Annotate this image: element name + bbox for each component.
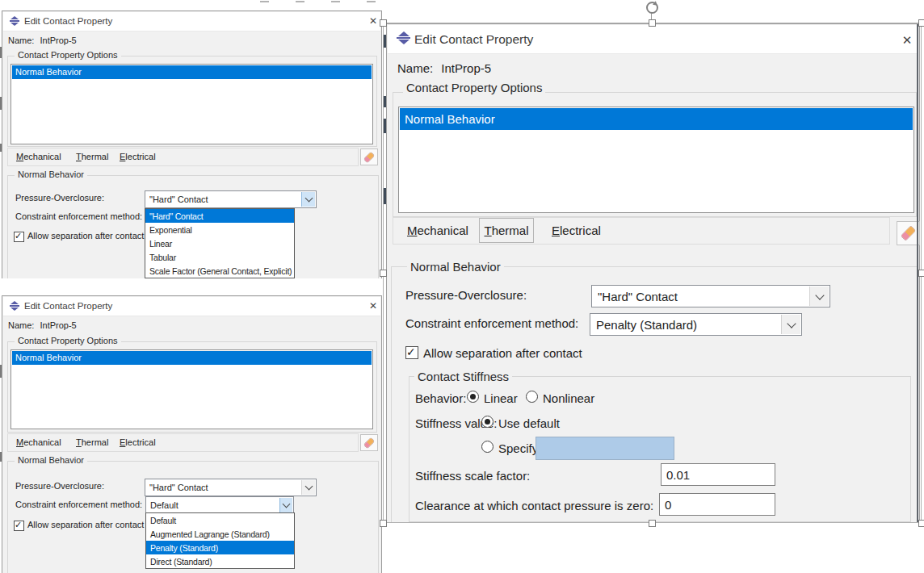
constraint-method-label: Constraint enforcement method: <box>405 316 578 330</box>
resize-handle-bottom-left[interactable] <box>380 520 387 527</box>
combo-arrow-icon[interactable] <box>809 286 829 306</box>
title-bar[interactable]: Edit Contact Property ✕ <box>388 25 918 54</box>
allow-separation-checkbox[interactable] <box>14 521 24 531</box>
tab-mechanical[interactable]: Mechanical <box>16 434 61 451</box>
combo-arrow-icon[interactable] <box>301 192 315 207</box>
section-label: Normal Behavior <box>407 260 504 274</box>
options-list[interactable]: Normal Behavior <box>398 107 914 213</box>
pressure-overclosure-value: "Hard" Contact <box>145 191 208 207</box>
dropdown-item[interactable]: Default <box>146 513 294 527</box>
dropdown-item[interactable]: Augmented Lagrange (Standard) <box>146 527 294 541</box>
constraint-method-combo[interactable]: Default <box>145 496 294 514</box>
tab-thermal[interactable]: Thermal <box>76 434 108 451</box>
tab-thermal[interactable]: Thermal <box>76 148 108 165</box>
dialog-right-window: Edit Contact Property ✕ Name: IntProp-5 … <box>386 23 920 522</box>
use-default-radio[interactable] <box>481 416 494 428</box>
tab-electrical[interactable]: Electrical <box>552 218 601 244</box>
dropdown-item[interactable]: Tabular <box>145 250 294 264</box>
title-bar[interactable]: Edit Contact Property ✕ <box>3 12 380 31</box>
name-label: Name: <box>8 36 34 45</box>
behavior-linear-label: Linear <box>484 391 518 405</box>
tab-electrical[interactable]: Electrical <box>120 148 156 165</box>
resize-handle-middle-right[interactable] <box>918 270 924 277</box>
name-value: IntProp-5 <box>441 61 491 75</box>
resize-handle-top-left[interactable] <box>380 19 387 27</box>
dialog-right-image: Edit Contact Property ✕ Name: IntProp-5 … <box>384 23 921 522</box>
constraint-method-label: Constraint enforcement method: <box>15 500 142 509</box>
constraint-method-combo[interactable]: Penalty (Standard) <box>590 313 802 336</box>
tab-mechanical[interactable]: Mechanical <box>407 218 468 244</box>
allow-separation-label: Allow separation after contact <box>423 346 582 360</box>
pressure-overclosure-combo[interactable]: "Hard" Contact <box>591 285 830 307</box>
dropdown-item[interactable]: Linear <box>145 236 294 250</box>
combo-arrow-icon[interactable] <box>781 315 800 334</box>
allow-separation-checkbox[interactable] <box>405 346 418 359</box>
title-bar[interactable]: Edit Contact Property ✕ <box>3 297 380 316</box>
list-item-normal-behavior[interactable]: Normal Behavior <box>12 65 372 79</box>
close-icon[interactable]: ✕ <box>898 27 916 53</box>
dropdown-item[interactable]: Exponential <box>145 223 294 236</box>
tab-thermal[interactable]: Thermal <box>479 218 534 243</box>
scale-factor-value: 0.01 <box>666 468 690 482</box>
scale-factor-input[interactable]: 0.01 <box>661 463 775 486</box>
options-group-label: Contact Property Options <box>15 336 121 345</box>
contact-stiffness-group-label: Contact Stiffness <box>414 370 512 383</box>
resize-handle-bottom-center[interactable] <box>649 520 656 527</box>
section-label: Normal Behavior <box>15 455 87 465</box>
options-list[interactable]: Normal Behavior <box>10 349 373 429</box>
options-group-label: Contact Property Options <box>403 81 545 94</box>
dropdown-item[interactable]: Direct (Standard) <box>146 554 294 568</box>
dialog-top-left: Edit Contact Property ✕ Name: IntProp-5 … <box>2 10 382 278</box>
screen-fragment-dash <box>260 1 269 2</box>
name-row: Name: IntProp-5 <box>397 61 491 75</box>
resize-handle-top-right[interactable] <box>918 19 924 27</box>
pressure-overclosure-value: "Hard" Contact <box>592 286 678 307</box>
resize-handle-top-center[interactable] <box>649 19 656 27</box>
behavior-nonlinear-radio[interactable] <box>526 391 538 403</box>
constraint-method-dropdown: Default Augmented Lagrange (Standard) Pe… <box>145 512 295 569</box>
constraint-method-value: Penalty (Standard) <box>590 314 697 335</box>
allow-separation-checkbox[interactable] <box>14 232 24 242</box>
list-item-normal-behavior[interactable]: Normal Behavior <box>400 108 913 130</box>
name-value: IntProp-5 <box>40 320 76 330</box>
dropdown-item[interactable]: Penalty (Standard) <box>146 541 294 554</box>
rotate-handle[interactable] <box>646 2 658 14</box>
pressure-overclosure-value: "Hard" Contact <box>145 479 208 496</box>
pressure-overclosure-combo[interactable]: "Hard" Contact <box>145 190 317 208</box>
pressure-overclosure-label: Pressure-Overclosure: <box>15 193 104 203</box>
category-tabs: Mechanical Thermal Electrical <box>393 217 890 245</box>
eraser-icon <box>901 226 916 240</box>
resize-handle-bottom-right[interactable] <box>918 520 924 527</box>
dialog-title: Edit Contact Property <box>24 12 112 31</box>
resize-handle-middle-left[interactable] <box>380 270 387 277</box>
screen-fragment-dash <box>331 1 340 2</box>
options-list[interactable]: Normal Behavior <box>10 64 373 144</box>
dialog-bottom-left-window: Edit Contact Property ✕ Name: IntProp-5 … <box>2 295 382 573</box>
screen-fragment-dash <box>367 1 376 2</box>
dropdown-item[interactable]: Scale Factor (General Contact, Explicit) <box>145 264 294 278</box>
dropdown-item[interactable]: "Hard" Contact <box>145 209 294 223</box>
edit-options-button[interactable] <box>360 434 378 451</box>
clearance-input[interactable]: 0 <box>659 493 775 516</box>
name-label: Name: <box>8 320 34 330</box>
dialog-title: Edit Contact Property <box>24 297 112 316</box>
combo-arrow-icon[interactable] <box>279 498 292 512</box>
combo-arrow-icon[interactable] <box>301 480 315 495</box>
name-row: Name: IntProp-5 <box>8 36 77 45</box>
specify-radio[interactable] <box>481 441 494 453</box>
name-label: Name: <box>397 61 433 75</box>
close-icon[interactable]: ✕ <box>366 12 380 31</box>
edit-options-button[interactable] <box>360 148 378 165</box>
clearance-label: Clearance at which contact pressure is z… <box>415 499 653 512</box>
list-item-normal-behavior[interactable]: Normal Behavior <box>12 351 372 365</box>
close-icon[interactable]: ✕ <box>366 297 380 316</box>
abaqus-icon <box>10 16 19 26</box>
tab-mechanical[interactable]: Mechanical <box>16 148 61 165</box>
specify-input[interactable] <box>536 437 674 460</box>
abaqus-icon <box>397 31 410 44</box>
tab-electrical[interactable]: Electrical <box>120 434 156 451</box>
category-tabs: Mechanical Thermal Electrical <box>7 148 359 166</box>
behavior-linear-radio[interactable] <box>467 391 479 403</box>
pressure-overclosure-dropdown: "Hard" Contact Exponential Linear Tabula… <box>145 208 295 278</box>
pressure-overclosure-combo[interactable]: "Hard" Contact <box>145 479 317 496</box>
